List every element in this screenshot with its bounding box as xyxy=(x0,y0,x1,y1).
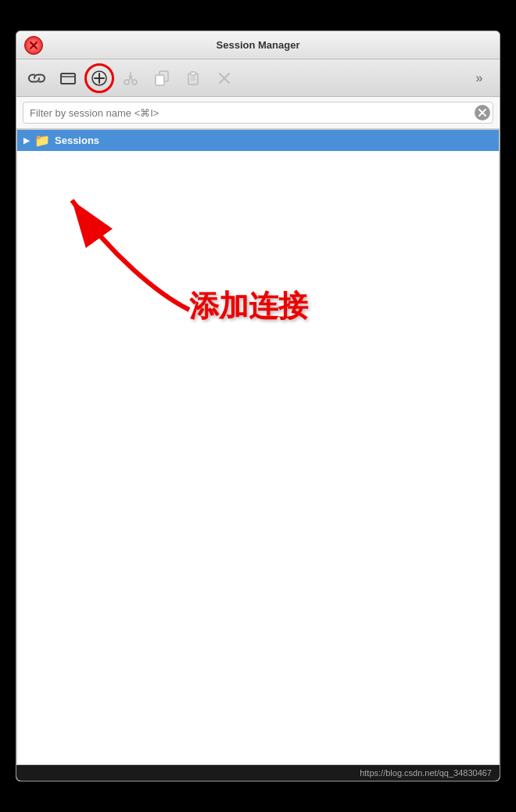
delete-button[interactable] xyxy=(210,64,238,92)
filter-input-wrap xyxy=(23,102,493,124)
filter-clear-button[interactable] xyxy=(475,105,490,120)
sessions-list[interactable]: ▶ 📁 Sessions 添加连接 xyxy=(16,129,500,765)
folder-icon: 📁 xyxy=(34,133,50,148)
annotation-text: 添加连接 xyxy=(189,286,308,326)
title-bar: Session Manager xyxy=(16,31,500,59)
cut-button[interactable] xyxy=(116,64,145,92)
annotation-arrow xyxy=(48,177,220,318)
footer-bar: https://blog.csdn.net/qq_34830467 xyxy=(16,765,500,781)
window-button[interactable] xyxy=(54,64,82,92)
svg-rect-13 xyxy=(156,75,164,85)
add-button[interactable] xyxy=(85,64,113,92)
svg-rect-15 xyxy=(191,72,195,75)
filter-bar xyxy=(16,97,500,129)
expand-arrow-icon: ▶ xyxy=(23,136,30,145)
paste-button[interactable] xyxy=(179,64,207,92)
more-icon: » xyxy=(476,71,483,85)
session-manager-window: Session Manager xyxy=(16,31,500,781)
sessions-group-label: Sessions xyxy=(55,135,99,146)
toolbar: » xyxy=(16,59,500,97)
copy-button[interactable] xyxy=(148,64,176,92)
svg-rect-2 xyxy=(61,74,75,84)
footer-url: https://blog.csdn.net/qq_34830467 xyxy=(360,768,492,778)
filter-input[interactable] xyxy=(23,102,493,124)
window-title: Session Manager xyxy=(217,39,300,51)
more-button[interactable]: » xyxy=(465,64,493,92)
close-button[interactable] xyxy=(24,36,43,55)
sessions-group-header[interactable]: ▶ 📁 Sessions xyxy=(17,130,499,151)
link-button[interactable] xyxy=(23,64,51,92)
